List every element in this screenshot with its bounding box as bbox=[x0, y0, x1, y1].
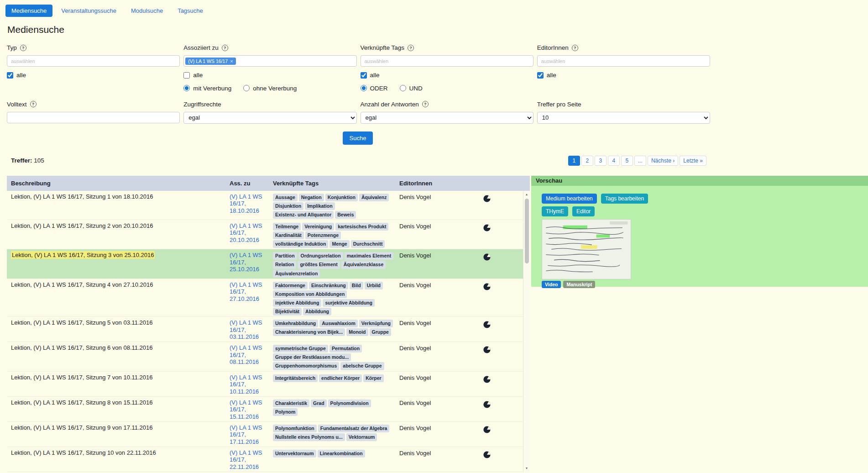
tag-chip[interactable]: Grad bbox=[311, 399, 327, 407]
assoziiert-alle-checkbox[interactable]: alle bbox=[183, 72, 203, 79]
help-icon[interactable]: ? bbox=[20, 45, 26, 51]
help-icon[interactable]: ? bbox=[30, 101, 37, 107]
tag-chip[interactable]: Gruppenhomomorphismus bbox=[273, 362, 339, 370]
associated-event-link[interactable]: (V) LA 1 WS 16/17, 08.11.2016 bbox=[230, 344, 269, 366]
associated-event-link[interactable]: (V) LA 1 WS 16/17, 10.11.2016 bbox=[230, 374, 269, 395]
page-button-n-chste[interactable]: Nächste › bbox=[648, 156, 678, 166]
tag-chip[interactable]: injektive Abbildung bbox=[273, 299, 321, 307]
tag-chip[interactable]: Faktormenge bbox=[273, 282, 308, 289]
tag-chip[interactable]: Polynomdivision bbox=[328, 399, 371, 407]
page-button-5[interactable]: 5 bbox=[621, 156, 633, 166]
volltext-input[interactable] bbox=[7, 112, 180, 123]
page-button-1[interactable]: 1 bbox=[568, 156, 580, 166]
checkbox[interactable] bbox=[537, 72, 544, 79]
tag-chip[interactable]: Beweis bbox=[335, 211, 356, 219]
tag-chip[interactable]: Kardinalität bbox=[273, 231, 304, 239]
radio[interactable] bbox=[361, 85, 367, 91]
tag-chip[interactable]: Bijektivität bbox=[273, 308, 302, 315]
tag-chip[interactable]: kartesisches Produkt bbox=[335, 223, 388, 231]
table-row[interactable]: Lektion, (V) LA 1 WS 16/17, Sitzung 9 vo… bbox=[7, 422, 523, 447]
tag-chip[interactable]: Umkehrabbildung bbox=[273, 320, 318, 327]
tag-chip[interactable]: Relation bbox=[273, 261, 296, 268]
associated-event-link[interactable]: (V) LA 1 WS 16/17, 22.11.2016 bbox=[230, 449, 269, 471]
typ-alle-checkbox[interactable]: alle bbox=[7, 72, 26, 79]
preview-thumbnail[interactable] bbox=[542, 219, 631, 279]
medium-bearbeiten-button[interactable]: Medium bearbeiten bbox=[542, 194, 597, 204]
tag-chip[interactable]: Auswahlaxiom bbox=[319, 320, 358, 327]
tag-chip[interactable]: Vereinigung bbox=[302, 223, 334, 231]
associated-event-link[interactable]: (V) LA 1 WS 16/17, 25.10.2016 bbox=[230, 252, 269, 273]
tag-chip[interactable]: Implikation bbox=[305, 202, 335, 210]
associated-event-link[interactable]: (V) LA 1 WS 16/17, 15.11.2016 bbox=[230, 399, 269, 420]
tag-chip[interactable]: Bild bbox=[350, 282, 363, 289]
zugriffsrechte-select[interactable]: egal bbox=[183, 112, 356, 124]
tag-chip[interactable]: Charakteristik bbox=[273, 399, 309, 407]
tab-modulsuche[interactable]: Modulsuche bbox=[125, 5, 169, 17]
chip-remove-icon[interactable]: × bbox=[230, 58, 233, 64]
tab-veranstaltungssuche[interactable]: Veranstaltungssuche bbox=[55, 5, 122, 17]
table-row[interactable]: Lektion, (V) LA 1 WS 16/17, Sitzung 7 vo… bbox=[7, 372, 523, 397]
associated-event-link[interactable]: (V) LA 1 WS 16/17, 03.11.2016 bbox=[230, 319, 269, 341]
tag-chip[interactable]: Durchschnitt bbox=[351, 240, 385, 248]
tag-chip[interactable]: Äquivalenzrelation bbox=[273, 270, 320, 278]
tag-chip[interactable]: Nullstelle eines Polynoms u... bbox=[273, 433, 345, 441]
help-icon[interactable]: ? bbox=[408, 45, 414, 51]
tag-chip[interactable]: Äquivalenz bbox=[359, 194, 389, 201]
radio[interactable] bbox=[400, 85, 406, 91]
tags-bearbeiten-button[interactable]: Tags bearbeiten bbox=[601, 194, 648, 204]
tag-chip[interactable]: Gruppe bbox=[370, 328, 391, 336]
media-type-icon[interactable] bbox=[483, 224, 491, 231]
tag-chip[interactable]: Monoid bbox=[346, 328, 368, 336]
media-type-icon[interactable] bbox=[483, 321, 491, 328]
tag-chip[interactable]: abelsche Gruppe bbox=[340, 362, 384, 370]
radio[interactable] bbox=[183, 85, 190, 91]
table-row[interactable]: Lektion, (V) LA 1 WS 16/17, Sitzung 6 vo… bbox=[7, 342, 523, 371]
scrollbar-thumb[interactable] bbox=[525, 199, 529, 263]
search-button[interactable]: Suche bbox=[343, 131, 373, 145]
page-button-letzte[interactable]: Letzte » bbox=[680, 156, 706, 166]
radio[interactable] bbox=[243, 85, 250, 91]
tag-chip[interactable]: Einschränkung bbox=[309, 282, 348, 289]
tag-chip[interactable]: Linearkombination bbox=[318, 450, 365, 457]
tag-chip[interactable]: Potenzmenge bbox=[305, 231, 341, 239]
tags-input[interactable] bbox=[361, 55, 533, 67]
typ-input[interactable] bbox=[7, 55, 180, 67]
tab-tagsuche[interactable]: Tagsuche bbox=[172, 5, 209, 17]
tag-chip[interactable]: Permutation bbox=[329, 345, 362, 352]
tag-chip[interactable]: Verknüpfung bbox=[359, 320, 393, 327]
tag-chip[interactable]: Körper bbox=[363, 374, 383, 382]
editoren-input[interactable] bbox=[537, 55, 710, 67]
tag-chip[interactable]: Konjunktion bbox=[325, 194, 358, 201]
tag-chip[interactable]: Negation bbox=[299, 194, 324, 201]
media-type-icon[interactable] bbox=[483, 253, 491, 261]
media-type-icon[interactable] bbox=[483, 376, 491, 383]
antworten-select[interactable]: egal bbox=[361, 112, 533, 124]
tag-chip[interactable]: Polynomfunktion bbox=[273, 425, 317, 432]
tag-chip[interactable]: symmetrische Gruppe bbox=[273, 345, 328, 352]
tag-chip[interactable]: Untervektorraum bbox=[273, 450, 316, 457]
tag-chip[interactable]: größtes Element bbox=[298, 261, 340, 268]
tag-chip[interactable]: surjektive Abbildung bbox=[323, 299, 374, 307]
page-button-3[interactable]: 3 bbox=[595, 156, 607, 166]
help-icon[interactable]: ? bbox=[222, 45, 228, 51]
media-type-icon[interactable] bbox=[483, 451, 491, 458]
tag-chip[interactable]: Vektorraum bbox=[346, 433, 377, 441]
tag-chip[interactable]: Ordnungsrelation bbox=[298, 252, 343, 260]
help-icon[interactable]: ? bbox=[422, 101, 429, 107]
media-type-icon[interactable] bbox=[483, 195, 491, 202]
tag-chip[interactable]: Disjunktion bbox=[273, 202, 303, 210]
tag-chip[interactable]: Aussage bbox=[273, 194, 298, 201]
scroll-up-icon[interactable]: ▲ bbox=[523, 191, 530, 198]
treffer-pro-seite-select[interactable]: 10 bbox=[537, 112, 710, 124]
oder-radio[interactable]: ODER bbox=[361, 85, 388, 92]
tag-chip[interactable]: Teilmenge bbox=[273, 223, 301, 231]
thyme-button[interactable]: THymE bbox=[542, 206, 568, 216]
mit-vererbung-radio[interactable]: mit Vererbung bbox=[183, 85, 231, 92]
checkbox[interactable] bbox=[361, 72, 367, 79]
page-button-2[interactable]: 2 bbox=[581, 156, 593, 166]
table-scrollbar[interactable]: ▲ ▼ bbox=[523, 191, 530, 472]
table-row[interactable]: Lektion, (V) LA 1 WS 16/17, Sitzung 1 vo… bbox=[7, 191, 523, 220]
checkbox[interactable] bbox=[183, 72, 190, 79]
tag-chip[interactable]: Äquivalenzklasse bbox=[341, 261, 386, 268]
tag-chip[interactable]: Existenz- und Allquantor bbox=[273, 211, 334, 219]
